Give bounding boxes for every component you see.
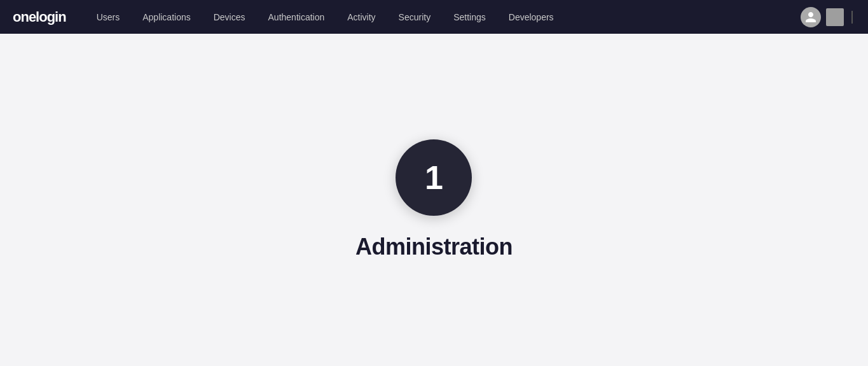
nav-security[interactable]: Security (387, 0, 443, 34)
admin-title: Administration (355, 234, 513, 260)
admin-logo-container: 1 Administration (355, 139, 513, 260)
nav-applications[interactable]: Applications (131, 0, 202, 34)
user-icon (804, 11, 817, 24)
admin-icon-number: 1 (425, 161, 443, 194)
nav-items: Users Applications Devices Authenticatio… (85, 0, 801, 34)
nav-devices[interactable]: Devices (202, 0, 257, 34)
navbar-right (801, 7, 855, 27)
nav-settings[interactable]: Settings (442, 0, 497, 34)
logo[interactable]: onelogin (13, 9, 66, 25)
nav-divider (851, 11, 853, 24)
logo-text: onelogin (13, 9, 66, 25)
nav-activity[interactable]: Activity (336, 0, 387, 34)
navbar: onelogin Users Applications Devices Auth… (0, 0, 868, 34)
nav-developers[interactable]: Developers (497, 0, 565, 34)
main-content: 1 Administration (0, 34, 868, 366)
nav-grid-button[interactable] (826, 8, 844, 26)
nav-authentication[interactable]: Authentication (257, 0, 336, 34)
admin-icon-circle: 1 (396, 139, 472, 216)
avatar[interactable] (801, 7, 821, 27)
nav-users[interactable]: Users (85, 0, 132, 34)
